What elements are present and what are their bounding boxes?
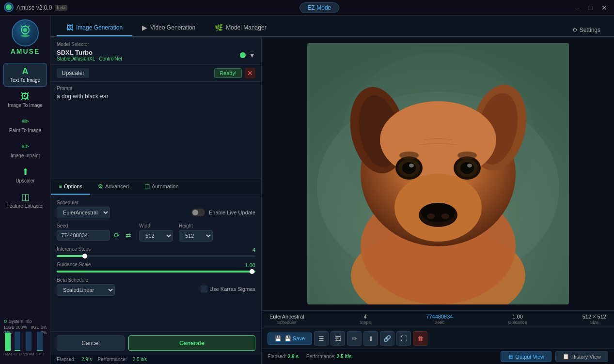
inference-steps-slider-track[interactable] bbox=[57, 255, 255, 257]
svg-point-24 bbox=[402, 162, 416, 174]
text-to-image-icon: A bbox=[22, 66, 29, 76]
scheduler-meta-label: Scheduler bbox=[277, 320, 297, 325]
image-gen-icon: 🖼 bbox=[66, 24, 73, 31]
model-controls: ▼ bbox=[240, 51, 255, 59]
tab-automation[interactable]: ◫ Automation bbox=[137, 179, 187, 195]
svg-point-2 bbox=[23, 28, 27, 32]
model-dropdown-button[interactable]: ▼ bbox=[249, 51, 255, 59]
main-layout: AMUSE A Text To Image 🖼 Image To Image ✏… bbox=[0, 15, 614, 364]
save-icon: 💾 bbox=[275, 335, 282, 342]
app-logo bbox=[12, 19, 39, 46]
svg-point-0 bbox=[6, 4, 12, 10]
prompt-input[interactable]: a dog with black ear bbox=[57, 93, 255, 141]
upscaler-close-button[interactable]: ✕ bbox=[245, 68, 255, 78]
tab-label: Image Generation bbox=[76, 24, 123, 31]
elapsed-status: Elapsed: 2.9 s bbox=[268, 354, 299, 359]
logo-icon bbox=[16, 24, 34, 42]
edit-button[interactable]: ✏ bbox=[347, 331, 362, 346]
dog-image-svg bbox=[307, 43, 569, 304]
steps-meta-label: Steps bbox=[360, 320, 371, 325]
steps-meta: 4 Steps bbox=[360, 314, 371, 325]
sidebar-item-paint-to-image[interactable]: ✏ Paint To Image bbox=[3, 113, 47, 136]
top-navigation: 🖼 Image Generation ▶ Video Generation 🌿 … bbox=[51, 15, 614, 37]
karras-sigmas-checkbox[interactable]: Use Karras Sigmas bbox=[201, 286, 255, 292]
steps-row: Inference Steps 4 bbox=[57, 246, 255, 253]
sidebar-item-image-inpaint[interactable]: ✏ Image Inpaint bbox=[3, 138, 47, 162]
guidance-scale-slider-track[interactable] bbox=[57, 271, 255, 273]
sidebar-item-text-to-image[interactable]: A Text To Image bbox=[3, 63, 47, 87]
scheduler-row: EulerAncestral DDIM DPM++ Enable Live Up… bbox=[57, 207, 255, 218]
settings-button[interactable]: ⚙ Settings bbox=[565, 24, 608, 36]
inference-steps-slider-thumb bbox=[82, 254, 87, 258]
seed-input[interactable] bbox=[57, 230, 110, 241]
height-select[interactable]: 512 768 1024 bbox=[179, 230, 213, 242]
seed-meta: 774480834 Seed bbox=[426, 314, 453, 325]
history-view-button[interactable]: 📋 History View bbox=[555, 351, 608, 362]
image-metadata-bar: EulerAncestral Scheduler 4 Steps 7744808… bbox=[262, 310, 614, 328]
list-view-button[interactable]: ☰ bbox=[314, 331, 329, 346]
tab-options[interactable]: ≡ Options bbox=[51, 179, 90, 195]
sidebar-item-feature-extractor[interactable]: ◫ Feature Extractor bbox=[3, 189, 47, 212]
tab-advanced[interactable]: ⚙ Advanced bbox=[90, 179, 137, 195]
options-tab-icon: ≡ bbox=[59, 183, 62, 190]
image-preview-button[interactable]: 🖼 bbox=[331, 331, 345, 346]
minimize-button[interactable]: ─ bbox=[571, 3, 583, 13]
performance-rate: 2.5 it/s bbox=[337, 354, 352, 359]
guidance-meta-value: 1.00 bbox=[512, 314, 522, 319]
ez-mode-label[interactable]: EZ Mode bbox=[299, 2, 340, 13]
generate-button[interactable]: Generate bbox=[128, 335, 255, 351]
tab-image-generation[interactable]: 🖼 Image Generation bbox=[57, 20, 132, 36]
height-group: Height 512 768 1024 bbox=[179, 223, 213, 242]
guidance-meta: 1.00 Guidance bbox=[508, 314, 527, 325]
fullscreen-button[interactable]: ⛶ bbox=[396, 331, 411, 346]
scheduler-meta-value: EulerAncestral bbox=[269, 314, 304, 319]
app-logo-small bbox=[4, 2, 14, 12]
save-button[interactable]: 💾 💾 Save bbox=[268, 333, 312, 345]
seed-dimensions-row: Seed ⟳ ⇄ Width 512 bbox=[57, 223, 255, 246]
sidebar: AMUSE A Text To Image 🖼 Image To Image ✏… bbox=[0, 15, 51, 364]
scheduler-select[interactable]: EulerAncestral DDIM DPM++ bbox=[57, 207, 110, 218]
inference-steps-slider-fill bbox=[57, 255, 87, 257]
tab-video-generation[interactable]: ▶ Video Generation bbox=[132, 20, 205, 36]
live-update-toggle[interactable] bbox=[191, 209, 205, 216]
seed-meta-value: 774480834 bbox=[426, 314, 453, 319]
cancel-button[interactable]: Cancel bbox=[57, 335, 125, 351]
generated-image bbox=[307, 43, 569, 304]
close-button[interactable]: ✕ bbox=[598, 3, 610, 13]
output-view-icon: 🖥 bbox=[508, 354, 513, 360]
model-row: SDXL Turbo StableDiffusionXL · ControlNe… bbox=[57, 49, 255, 61]
karras-checkbox-box bbox=[201, 286, 207, 292]
export-button[interactable]: ⬆ bbox=[363, 331, 378, 346]
model-info: SDXL Turbo StableDiffusionXL · ControlNe… bbox=[57, 49, 122, 61]
width-select[interactable]: 512 768 1024 bbox=[139, 230, 173, 242]
svg-point-19 bbox=[421, 203, 455, 222]
sidebar-item-upscaler[interactable]: ⬆ Upscaler bbox=[3, 164, 47, 187]
output-view-button[interactable]: 🖥 Output View bbox=[501, 351, 551, 362]
guidance-scale-label: Guidance Scale bbox=[57, 262, 91, 267]
model-sub: StableDiffusionXL · ControlNet bbox=[57, 56, 122, 61]
svg-point-28 bbox=[460, 162, 474, 174]
titlebar-left: Amuse v2.0.0 beta bbox=[4, 2, 67, 13]
randomize-seed-button[interactable]: ⟳ bbox=[112, 230, 122, 240]
system-info: ⚙ System Info 11GB 100% 0GB 0% CPU 2% RA… bbox=[3, 319, 47, 360]
ready-badge: Ready! bbox=[214, 68, 242, 78]
upscaler-right: Ready! ✕ bbox=[214, 68, 255, 78]
maximize-button[interactable]: □ bbox=[585, 3, 597, 13]
sidebar-item-label: Feature Extractor bbox=[6, 203, 44, 209]
delete-button[interactable]: 🗑 bbox=[413, 331, 427, 346]
sidebar-item-label: Upscaler bbox=[16, 178, 34, 184]
tab-label: Video Generation bbox=[150, 24, 195, 31]
elapsed-label: Elapsed: bbox=[57, 357, 76, 362]
share-button[interactable]: 🔗 bbox=[380, 331, 394, 346]
sidebar-item-image-to-image[interactable]: 🖼 Image To Image bbox=[3, 89, 47, 111]
tab-model-manager[interactable]: 🌿 Model Manager bbox=[205, 20, 276, 36]
image-area: EulerAncestral Scheduler 4 Steps 7744808… bbox=[262, 37, 614, 364]
inference-steps-label: Inference Steps bbox=[57, 246, 91, 252]
gpu-bar bbox=[37, 332, 43, 351]
shuffle-seed-button[interactable]: ⇄ bbox=[124, 230, 133, 240]
save-label: 💾 Save bbox=[284, 335, 305, 342]
left-panel: Model Selector SDXL Turbo StableDiffusio… bbox=[51, 37, 262, 364]
guidance-scale-slider-fill bbox=[57, 271, 255, 273]
beta-schedule-select[interactable]: ScaledLinear Linear Cosine bbox=[57, 284, 115, 296]
window-controls: ─ □ ✕ bbox=[571, 3, 610, 13]
